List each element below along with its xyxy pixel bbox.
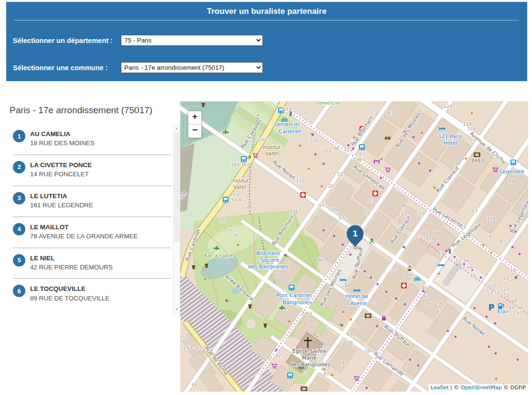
map-label: Pont Cardinet (276, 292, 312, 299)
map-label: Bac à sable (204, 253, 233, 258)
title-divider (14, 20, 519, 21)
house-number: 67 (459, 265, 465, 270)
house-number: 93 (438, 251, 444, 256)
house-number: 76 (434, 231, 440, 236)
poi-dot (342, 311, 345, 313)
house-number: 65 (427, 301, 433, 306)
poi-dot (333, 235, 336, 237)
house-number: 73 (455, 258, 461, 263)
map-attribution: Leaflet | © OpenStreetMap © DGFiP (428, 384, 528, 392)
house-number: 22 (337, 171, 343, 177)
bus-icon (289, 285, 294, 290)
openstreetmap-link[interactable]: OpenStreetMap (461, 384, 502, 391)
list-item[interactable]: 2 LA CIVETTE PONCE 14 RUE PONCELET (13, 155, 171, 186)
shop-name: AU CAMELIA (30, 129, 95, 139)
list-item[interactable]: 5 LE NIEL 42 RUE PIERRE DEMOURS (13, 248, 171, 279)
list-item[interactable]: 3 LE LUTETIA 161 RUE LEGENDRE (13, 186, 171, 217)
shop-address: 78 AVENUE DE LA GRANDE ARMEE (30, 232, 138, 241)
results-panel: Paris - 17e arrondissement (75017) 1 AU … (6, 101, 180, 313)
poi-dot (418, 162, 421, 165)
bus-icon (510, 160, 516, 165)
house-number: 110 (298, 110, 307, 116)
house-number: 89 (247, 205, 252, 210)
poi-dot (321, 185, 323, 188)
house-number: 98 (333, 146, 339, 151)
house-number: 69 (467, 265, 473, 270)
bank-icon (474, 152, 480, 157)
scroll-down-icon[interactable]: ▼ (174, 308, 180, 311)
list-item[interactable]: 6 LE TOCQUEVILLE 89 RUE DE TOCQUEVILLE (13, 279, 171, 309)
scroll-up-icon[interactable]: ▲ (174, 127, 180, 130)
house-number: 160,162 (231, 162, 250, 167)
page-title: Trouver un buraliste partenaire (6, 2, 527, 20)
map-label: Lemercier (316, 101, 342, 106)
house-number: 67 (324, 371, 329, 376)
item-number-badge: 2 (13, 161, 25, 173)
poi-dot (465, 158, 467, 160)
house-number: 6 (461, 155, 464, 160)
map[interactable]: P 1141101051039831332422B27222011228,301… (180, 101, 528, 392)
house-number: 91 Bis (231, 197, 245, 203)
parking-icon: P (489, 303, 494, 312)
poi-dot (377, 283, 379, 286)
shop-name: LA CIVETTE PONCE (30, 160, 92, 170)
commune-select[interactable]: Paris - 17e arrondissement (75017) (121, 62, 263, 73)
house-number: 17 (507, 278, 513, 283)
scrollbar-thumb[interactable] (174, 132, 179, 242)
leaflet-link[interactable]: Leaflet (431, 384, 448, 391)
map-label: BRED (471, 158, 485, 163)
poi-dot (495, 378, 498, 380)
house-number: 24 (356, 151, 361, 157)
house-number: 22 (228, 226, 233, 232)
bus-icon (287, 373, 293, 378)
department-select[interactable]: 75 - Paris (121, 35, 263, 46)
house-number: 82 (275, 353, 281, 358)
item-number-badge: 6 (13, 285, 25, 297)
house-number: 65 (470, 273, 476, 278)
poi-dot (413, 136, 415, 139)
house-number: 49 (509, 305, 514, 310)
shop-address: 18 RUE DES MOINES (30, 139, 95, 148)
house-number: 103 (469, 208, 478, 213)
house-number: 85 (266, 354, 272, 360)
poi-dot (445, 250, 448, 252)
house-number: 124 (487, 216, 496, 221)
department-label: Sélectionner un département : (13, 37, 121, 44)
map-label: Brochant (256, 250, 280, 256)
house-number: 104 (330, 207, 339, 213)
bank-icon (365, 313, 371, 318)
house-number: 116 (467, 126, 476, 131)
house-number: 166 (259, 137, 267, 142)
house-number: 105 (310, 138, 319, 143)
house-number: 57 (485, 284, 490, 289)
house-number: 47 (517, 310, 522, 316)
pharmacy-icon (372, 191, 378, 196)
house-number: 19 (364, 349, 370, 354)
zoom-control: + − (188, 111, 202, 138)
list-scrollbar[interactable]: ▲ ▼ (173, 124, 180, 313)
dgfip-credit: DGFiP (510, 384, 526, 391)
page: Trouver un buraliste partenaire Sélectio… (0, 0, 532, 395)
house-number: 112 (296, 178, 304, 183)
poi-dot (288, 320, 291, 323)
poi-dot (495, 352, 497, 355)
house-number: 21 (364, 210, 369, 215)
poi-dot (482, 244, 485, 246)
poi-dot (204, 278, 206, 281)
bus-icon (223, 197, 228, 203)
house-number: 20 (233, 233, 239, 238)
list-item[interactable]: 1 AU CAMELIA 18 RUE DES MOINES (13, 124, 171, 155)
marker-number: 1 (352, 229, 358, 238)
list-item[interactable]: 4 LE MAILLOT 78 AVENUE DE LA GRANDE ARME… (13, 217, 171, 248)
poi-dot (438, 273, 440, 275)
pharmacy-icon (401, 283, 407, 288)
zoom-out-button[interactable]: − (188, 125, 201, 138)
poi-dot (395, 298, 398, 300)
poi-dot (275, 349, 278, 352)
shop-address: 42 RUE PIERRE DEMOURS (30, 263, 113, 272)
map-label: des Batignolles (248, 264, 288, 270)
commune-label: Sélectionner une commune : (13, 64, 121, 72)
poi-dot (471, 112, 473, 115)
map-label: 121 Paris (438, 133, 463, 139)
zoom-in-button[interactable]: + (188, 111, 201, 125)
